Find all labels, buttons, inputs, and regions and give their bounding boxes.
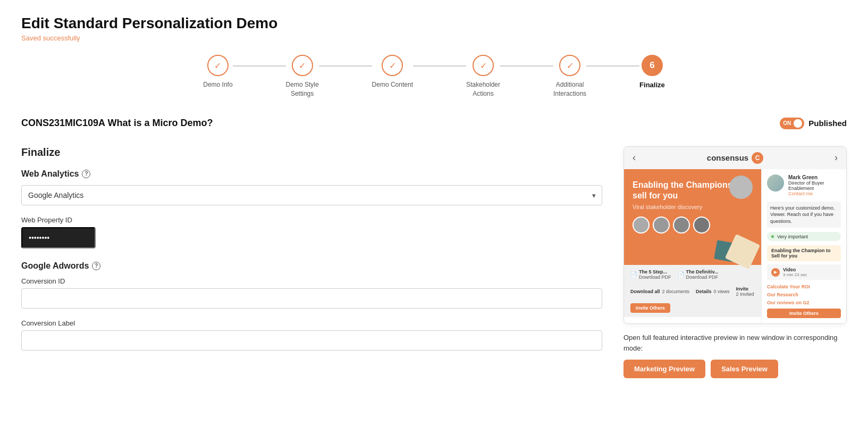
- main-layout: Finalize Web Analytics ? Google Analytic…: [21, 146, 847, 379]
- bottom-item-4: Details 0 views: [696, 289, 730, 294]
- preview-buttons: Marketing Preview Sales Preview: [623, 360, 847, 378]
- analytics-select[interactable]: Google Analytics Adobe Analytics Other: [21, 185, 602, 205]
- property-id-label: Web Property ID: [21, 216, 602, 224]
- connector-4: [500, 65, 553, 66]
- toggle-knob: [794, 119, 802, 128]
- badge-star-icon: ★: [770, 234, 775, 239]
- bottom-item-3: Download all 2 documents: [630, 289, 689, 294]
- step-label-3: Demo Content: [372, 80, 413, 89]
- pdf-icon-2: 📄: [678, 271, 684, 277]
- bottom-item-1: 📄 The 5 Step... Download PDF: [630, 269, 671, 280]
- sidebar-user-name: Mark Green: [788, 174, 841, 180]
- play-icon[interactable]: ▶: [771, 268, 780, 277]
- sidebar-user: Mark Green Director of Buyer Enablement …: [767, 174, 841, 196]
- bottom-item-2: 📄 The Definitiv... Download PDF: [678, 269, 719, 280]
- bottom-link-3: Download all: [630, 289, 660, 294]
- connector-3: [413, 65, 466, 66]
- property-id-input[interactable]: [21, 227, 96, 248]
- bottom-sub-1: Download PDF: [639, 274, 671, 280]
- analytics-select-wrapper: Google Analytics Adobe Analytics Other ▾: [21, 185, 602, 205]
- stepper: ✓ Demo Info ✓ Demo StyleSettings ✓ Demo …: [21, 55, 847, 98]
- video-label: Video: [783, 267, 807, 272]
- orange-subtitle: Viral stakeholder discovery: [633, 204, 753, 210]
- published-label: Published: [808, 119, 847, 128]
- preview-main: Enabling the Champions to sell for you V…: [624, 169, 761, 324]
- bottom-sub-5: 2 Invited: [736, 292, 754, 297]
- step-circle-2: ✓: [292, 55, 313, 76]
- avatar-3: [673, 217, 690, 234]
- prev-nav-button[interactable]: ‹: [633, 152, 636, 163]
- step-circle-3: ✓: [382, 55, 403, 76]
- avatar-2: [653, 217, 670, 234]
- step-stakeholder-actions[interactable]: ✓ StakeholderActions: [466, 55, 500, 98]
- connector-2: [319, 65, 372, 66]
- step-label-4: StakeholderActions: [466, 80, 500, 98]
- google-adwords-label: Google Adwords: [21, 261, 89, 271]
- step-circle-4: ✓: [473, 55, 494, 76]
- step-additional-interactions[interactable]: ✓ AdditionalInteractions: [553, 55, 586, 98]
- page-title: Edit Standard Personalization Demo: [21, 15, 847, 32]
- research-link[interactable]: Our Research: [767, 292, 841, 297]
- demo-id-title: CONS231MIC109A What is a Micro Demo?: [21, 118, 213, 129]
- google-adwords-help-icon[interactable]: ?: [92, 262, 100, 270]
- avatar-4: [693, 217, 710, 234]
- conversion-label-input[interactable]: [21, 330, 602, 351]
- published-row: ON Published: [780, 118, 847, 129]
- step-circle-6: 6: [642, 55, 663, 76]
- step-demo-info[interactable]: ✓ Demo Info: [203, 55, 232, 89]
- sales-preview-button[interactable]: Sales Preview: [711, 360, 778, 378]
- avatar-1: [633, 217, 650, 234]
- sidebar-message: Here's your customized demo, Viewer. Rea…: [767, 202, 841, 228]
- step-label-2: Demo StyleSettings: [286, 80, 319, 98]
- google-adwords-title: Google Adwords ?: [21, 261, 602, 271]
- step-label-5: AdditionalInteractions: [553, 80, 586, 98]
- preview-card: ‹ consensus C › Enabling the Champions t…: [623, 146, 847, 324]
- sidebar-invite-button[interactable]: Invite Others: [767, 309, 841, 318]
- sidebar-contact-link[interactable]: Contact me: [788, 191, 841, 196]
- saved-message: Saved successfully: [21, 34, 847, 42]
- bottom-link-4: Details: [696, 289, 712, 294]
- pdf-icon-1: 📄: [630, 271, 637, 277]
- bottom-sub-2: Download PDF: [686, 274, 719, 280]
- step-circle-5: ✓: [559, 55, 580, 76]
- preview-sidebar: Mark Green Director of Buyer Enablement …: [761, 169, 846, 324]
- step-circle-1: ✓: [207, 55, 229, 76]
- sidebar-avatar: [767, 174, 784, 192]
- finalize-heading: Finalize: [21, 146, 602, 159]
- web-analytics-help-icon[interactable]: ?: [82, 170, 90, 178]
- preview-header: ‹ consensus C ›: [624, 147, 846, 169]
- sidebar-video-card: ▶ Video 3 min 23 sec: [767, 264, 841, 280]
- sidebar-user-info: Mark Green Director of Buyer Enablement …: [788, 174, 841, 196]
- logo-c-icon: C: [752, 152, 763, 164]
- web-analytics-label: Web Analytics: [21, 169, 79, 179]
- sidebar-card-title: Enabling the Champion to Sell for you: [771, 248, 837, 259]
- roi-link[interactable]: Calculate Your ROI: [767, 284, 841, 289]
- shape-cream: [725, 234, 760, 269]
- bottom-link-5: Invite: [736, 286, 754, 292]
- featured-avatar: [729, 176, 753, 199]
- published-toggle[interactable]: ON: [780, 118, 804, 129]
- next-nav-button[interactable]: ›: [835, 152, 838, 163]
- toggle-on-label: ON: [782, 120, 792, 126]
- bottom-sub-4: 0 views: [714, 289, 730, 294]
- sidebar-user-title: Director of Buyer Enablement: [788, 180, 841, 191]
- step-finalize[interactable]: 6 Finalize: [639, 55, 665, 90]
- sidebar-badge: ★ Very important: [767, 232, 841, 241]
- demo-title-row: CONS231MIC109A What is a Micro Demo? ON …: [21, 118, 847, 129]
- sidebar-card: Enabling the Champion to Sell for you: [767, 245, 841, 261]
- bottom-sub-3: 2 documents: [662, 289, 690, 294]
- step-demo-content[interactable]: ✓ Demo Content: [372, 55, 413, 89]
- marketing-preview-button[interactable]: Marketing Preview: [623, 360, 705, 378]
- conversion-label-label: Conversion Label: [21, 319, 602, 327]
- invite-others-button[interactable]: Invite Others: [630, 303, 670, 313]
- conversion-id-input[interactable]: [21, 288, 602, 309]
- preview-body: Enabling the Champions to sell for you V…: [624, 169, 846, 324]
- conversion-id-label: Conversion ID: [21, 277, 602, 285]
- bottom-item-5: Invite 2 Invited: [736, 286, 754, 297]
- step-demo-style[interactable]: ✓ Demo StyleSettings: [286, 55, 319, 98]
- sidebar-orange-links: Calculate Your ROI Our Research Our revi…: [767, 284, 841, 305]
- reviews-link[interactable]: Our reviews on G2: [767, 300, 841, 305]
- video-meta: 3 min 23 sec: [783, 272, 807, 277]
- preview-orange-section: Enabling the Champions to sell for you V…: [624, 169, 761, 265]
- step-label-6: Finalize: [639, 80, 665, 90]
